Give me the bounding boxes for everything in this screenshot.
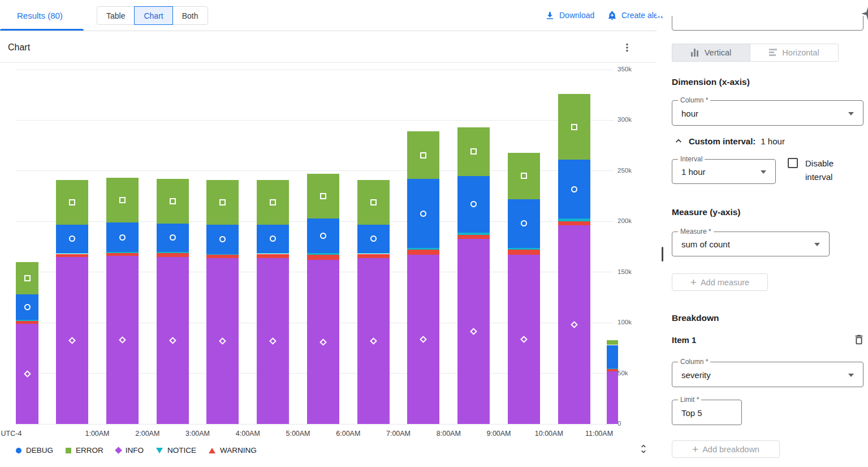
bar-segment-notice[interactable] <box>357 253 390 254</box>
x-axis-tick-label: 3:00AM <box>173 430 223 438</box>
measure-heading: Measure (y-axis) <box>672 207 740 217</box>
bar-segment-warning[interactable] <box>206 255 239 258</box>
bar-marker-circle <box>571 186 577 192</box>
bar-marker-circle <box>24 304 31 310</box>
bar-marker-circle <box>370 235 377 242</box>
legend-item-notice[interactable]: NOTICE <box>156 446 196 455</box>
interval-select[interactable]: Interval 1 hour <box>672 159 776 184</box>
vertical-label: Vertical <box>705 48 732 57</box>
bar-marker-circle <box>170 234 176 241</box>
custom-interval-label: Custom interval: <box>689 136 755 146</box>
interval-label: Interval <box>678 155 705 163</box>
x-axis-tick-label: 7:00AM <box>374 430 424 438</box>
orientation-horizontal-button[interactable]: Horizontal <box>750 44 839 62</box>
disable-interval-label: Disable interval <box>805 157 849 184</box>
bar-segment-warning[interactable] <box>16 321 38 324</box>
x-axis-tick-label: 4:00AM <box>223 430 273 438</box>
plus-icon: + <box>690 277 697 288</box>
bar-segment-warning[interactable] <box>307 255 339 260</box>
dropdown-caret-icon <box>814 243 820 246</box>
legend-item-warning[interactable]: WARNING <box>209 446 257 455</box>
bar-segment-notice[interactable] <box>558 218 590 221</box>
expand-collapse-button[interactable] <box>638 443 649 455</box>
orientation-vertical-button[interactable]: Vertical <box>672 44 750 62</box>
bar-segment-notice[interactable] <box>56 253 88 254</box>
legend-triangle-down-icon <box>156 448 163 453</box>
measure-label: Measure * <box>678 228 714 235</box>
bar-segment-info[interactable] <box>607 371 618 424</box>
bar-segment-notice[interactable] <box>607 369 618 370</box>
y-axis-tick-label: 50k <box>617 370 642 376</box>
x-axis-tick-label: 5:00AM <box>273 430 323 438</box>
gridline <box>16 70 614 70</box>
bar-segment-notice[interactable] <box>106 252 139 253</box>
legend-label: WARNING <box>220 446 257 455</box>
breakdown-item-title: Item 1 <box>672 335 696 345</box>
bar-segment-warning[interactable] <box>457 235 490 239</box>
bar-segment-warning[interactable] <box>257 254 289 258</box>
dropdown-caret-icon <box>848 374 854 377</box>
breakdown-column-select[interactable]: Column * severity <box>672 362 863 387</box>
bar-segment-notice[interactable] <box>508 248 540 250</box>
bar-segment-notice[interactable] <box>16 320 38 321</box>
bar-marker-square <box>521 173 527 179</box>
legend-label: ERROR <box>76 446 103 455</box>
dimension-heading: Dimension (x-axis) <box>672 77 750 87</box>
y-axis-tick-label: 300k <box>617 116 642 123</box>
legend-item-error[interactable]: ERROR <box>66 446 103 455</box>
dimension-column-select[interactable]: Column * hour <box>672 100 863 126</box>
bar-marker-circle <box>420 211 426 217</box>
add-measure-button[interactable]: + Add measure <box>672 273 768 291</box>
bar-segment-warning[interactable] <box>357 254 390 258</box>
stacked-bar-chart: 050k100k150k200k250k300k350kUTC-41:00AM2… <box>0 0 657 467</box>
breakdown-column-value: severity <box>681 370 711 379</box>
unfold-more-icon <box>638 443 649 455</box>
bar-segment-notice[interactable] <box>157 252 189 253</box>
dropdown-caret-icon <box>761 170 766 174</box>
custom-interval-toggle[interactable]: Custom interval: 1 hour <box>673 135 785 147</box>
bar-segment-warning[interactable] <box>106 253 139 256</box>
bar-segment-notice[interactable] <box>257 253 289 254</box>
disable-interval-checkbox[interactable] <box>788 158 798 168</box>
legend-square-icon <box>66 448 71 453</box>
bar-segment-notice[interactable] <box>307 253 339 255</box>
bar-segment-warning[interactable] <box>407 250 439 255</box>
bar-segment-notice[interactable] <box>206 254 239 255</box>
bar-segment-warning[interactable] <box>508 250 540 255</box>
breakdown-limit-field[interactable]: Limit * Top 5 <box>672 400 742 425</box>
x-axis-tick-label: 9:00AM <box>474 430 524 438</box>
legend-item-info[interactable]: INFO <box>116 446 144 455</box>
custom-interval-value: 1 hour <box>761 136 785 146</box>
trash-icon <box>853 333 865 346</box>
bar-marker-square <box>24 275 31 281</box>
legend-label: INFO <box>126 446 144 455</box>
add-breakdown-label: Add breakdown <box>702 445 759 454</box>
bar-segment-warning[interactable] <box>558 221 590 225</box>
bar-segment-error[interactable] <box>607 340 618 345</box>
panel-top-cover <box>657 0 868 16</box>
legend-item-debug[interactable]: DEBUG <box>16 446 53 455</box>
add-breakdown-button[interactable]: + Add breakdown <box>672 440 780 458</box>
bar-marker-square <box>571 124 577 130</box>
panel-scroll-handle[interactable] <box>662 247 663 262</box>
bar-marker-square <box>219 199 226 205</box>
breakdown-heading: Breakdown <box>672 313 719 323</box>
bar-segment-warning[interactable] <box>56 254 88 257</box>
x-axis-tick-label: 10:00AM <box>524 430 574 438</box>
view-toggle-chart[interactable]: Chart <box>134 6 172 25</box>
bar-segment-notice[interactable] <box>457 233 490 235</box>
bar-segment-warning[interactable] <box>157 253 189 257</box>
bar-marker-square <box>69 199 75 205</box>
bar-marker-square <box>470 148 477 155</box>
x-axis-tick-label: 2:00AM <box>123 430 172 438</box>
x-axis-tick-label: UTC-4 <box>0 430 36 438</box>
measure-select[interactable]: Measure * sum of count <box>672 232 830 256</box>
x-axis-tick-label: 1:00AM <box>72 430 122 438</box>
delete-breakdown-button[interactable] <box>853 333 865 346</box>
y-axis-tick-label: 100k <box>617 319 642 325</box>
cutoff-spark-icon[interactable] <box>860 6 868 22</box>
bar-segment-notice[interactable] <box>407 248 439 250</box>
bar-segment-debug[interactable] <box>607 345 618 369</box>
bar-segment-warning[interactable] <box>607 369 618 371</box>
x-axis-tick-label: 11:00AM <box>575 430 624 438</box>
